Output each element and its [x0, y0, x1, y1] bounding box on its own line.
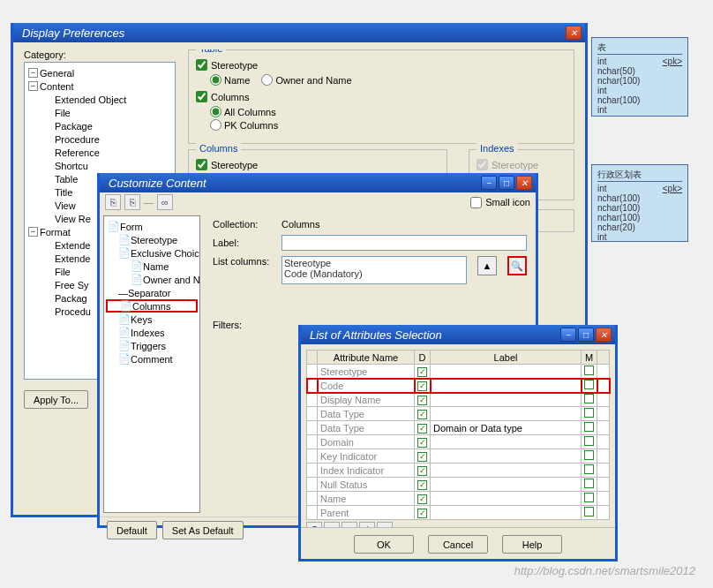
m-checkbox[interactable]: [582, 379, 597, 393]
d-checkbox[interactable]: ✓: [415, 478, 431, 492]
move-down-icon[interactable]: ↓: [341, 522, 357, 527]
apply-to-button[interactable]: Apply To...: [24, 390, 88, 409]
tree-item[interactable]: File: [55, 267, 71, 277]
tree-item[interactable]: Package: [55, 121, 93, 132]
d-checkbox[interactable]: ✓: [415, 506, 431, 520]
move-up-button[interactable]: ▲: [477, 256, 497, 275]
close-button[interactable]: ✕: [566, 26, 582, 40]
columns-checkbox[interactable]: Columns: [196, 91, 567, 102]
m-checkbox[interactable]: [582, 365, 597, 379]
col-label[interactable]: Label: [431, 351, 582, 365]
move-top-icon[interactable]: ⤒: [306, 522, 322, 527]
minimize-button[interactable]: −: [560, 328, 576, 342]
d-checkbox[interactable]: ✓: [415, 379, 431, 393]
tree-item[interactable]: View Re: [55, 214, 91, 224]
tree-item[interactable]: Exclusive Choice: [131, 248, 200, 259]
tree-item[interactable]: Name: [143, 261, 169, 272]
d-checkbox[interactable]: ✓: [415, 407, 431, 421]
help-button[interactable]: Help: [502, 535, 562, 554]
label-cell[interactable]: [431, 478, 582, 492]
label-cell[interactable]: [431, 449, 582, 464]
tree-item[interactable]: Title: [55, 187, 72, 198]
maximize-button[interactable]: □: [499, 176, 514, 190]
owner-name-radio[interactable]: Owner and Name: [261, 74, 351, 86]
tree-item-table[interactable]: Table: [55, 174, 78, 185]
minimize-button[interactable]: −: [481, 176, 497, 190]
all-columns-radio[interactable]: All Columns: [210, 106, 276, 117]
m-checkbox[interactable]: [582, 449, 597, 464]
maximize-button[interactable]: □: [578, 328, 594, 342]
table-row[interactable]: Data Type✓: [307, 407, 610, 421]
set-default-button[interactable]: Set As Default: [162, 521, 244, 539]
label-cell[interactable]: [431, 506, 582, 520]
tree-item-general[interactable]: General: [40, 68, 74, 79]
table-row[interactable]: Stereotype✓: [307, 365, 610, 379]
table-row[interactable]: Data Type✓Domain or Data type: [307, 421, 610, 435]
m-checkbox[interactable]: [582, 464, 597, 478]
titlebar[interactable]: Display Preferences ✕: [13, 23, 585, 42]
ok-button[interactable]: OK: [354, 535, 414, 554]
tree-item-format[interactable]: Format: [40, 227, 71, 237]
tree-item[interactable]: Indexes: [131, 328, 165, 338]
table-row[interactable]: Key Indicator✓: [307, 449, 610, 464]
m-checkbox[interactable]: [582, 407, 597, 421]
label-input[interactable]: [281, 235, 527, 251]
titlebar[interactable]: Customize Content − □ ✕: [100, 173, 536, 192]
col-d[interactable]: D: [415, 351, 431, 365]
d-checkbox[interactable]: ✓: [415, 464, 431, 478]
m-checkbox[interactable]: [582, 506, 597, 520]
label-cell[interactable]: [431, 393, 582, 407]
link-icon[interactable]: ∞: [157, 194, 173, 210]
m-checkbox[interactable]: [582, 478, 597, 492]
tree-item[interactable]: Extende: [55, 240, 90, 251]
ellipsis-button[interactable]: 🔍: [507, 256, 527, 275]
m-checkbox[interactable]: [582, 435, 597, 449]
col-m[interactable]: M: [582, 351, 597, 365]
attributes-table[interactable]: Attribute Name D Label M Stereotype✓Code…: [306, 350, 610, 520]
tree-item[interactable]: Shortcu: [55, 161, 88, 171]
tree-item[interactable]: Free Sy: [55, 280, 89, 290]
copy-icon[interactable]: ⎘: [105, 194, 121, 210]
pk-columns-radio[interactable]: PK Columns: [210, 119, 278, 131]
move-up-icon[interactable]: ↑: [324, 522, 340, 527]
table-row[interactable]: Domain✓: [307, 435, 610, 449]
table-row[interactable]: Null Status✓: [307, 478, 610, 492]
tree-item[interactable]: Stereotype: [131, 235, 177, 245]
tree-item-content[interactable]: Content: [40, 81, 74, 92]
col-stereotype-checkbox[interactable]: Stereotype: [196, 159, 439, 170]
m-checkbox[interactable]: [582, 492, 597, 506]
tree-item[interactable]: Procedu: [55, 306, 91, 317]
table-row[interactable]: Name✓: [307, 492, 610, 506]
label-cell[interactable]: Domain or Data type: [431, 421, 582, 435]
label-cell[interactable]: [431, 407, 582, 421]
tree-item-separator[interactable]: Separator: [128, 288, 170, 298]
tree-item[interactable]: Reference: [55, 147, 100, 158]
form-tree[interactable]: 📄 Form 📄 Stereotype 📄 Exclusive Choice 📄…: [103, 215, 200, 513]
m-checkbox[interactable]: [582, 393, 597, 407]
d-checkbox[interactable]: ✓: [415, 492, 431, 506]
label-cell[interactable]: [431, 492, 582, 506]
move-bottom-icon[interactable]: ⤓: [359, 522, 375, 527]
d-checkbox[interactable]: ✓: [415, 421, 431, 435]
tree-item[interactable]: Extended Object: [55, 94, 126, 105]
tree-item-columns[interactable]: Columns: [132, 301, 170, 312]
label-cell[interactable]: [431, 379, 582, 393]
paste-icon[interactable]: ⎘: [124, 194, 140, 210]
tree-item[interactable]: Keys: [131, 314, 152, 325]
nav-left-icon[interactable]: ◄: [377, 522, 393, 527]
small-icon-checkbox[interactable]: Small icon: [470, 197, 530, 208]
stereotype-checkbox[interactable]: Stereotype: [196, 59, 567, 71]
col-attribute-name[interactable]: Attribute Name: [318, 351, 415, 365]
table-row[interactable]: Code✓: [307, 379, 610, 393]
table-row[interactable]: Display Name✓: [307, 393, 610, 407]
tree-item[interactable]: Extende: [55, 253, 90, 264]
tree-item[interactable]: Procedure: [55, 134, 100, 145]
close-button[interactable]: ✕: [516, 176, 532, 190]
table-row[interactable]: Index Indicator✓: [307, 464, 610, 478]
list-columns-box[interactable]: StereotypeCode (Mandatory): [281, 256, 467, 284]
tree-item[interactable]: Owner and Name: [143, 275, 200, 285]
d-checkbox[interactable]: ✓: [415, 449, 431, 464]
close-button[interactable]: ✕: [596, 328, 612, 342]
label-cell[interactable]: [431, 464, 582, 478]
name-radio[interactable]: Name: [210, 74, 250, 86]
